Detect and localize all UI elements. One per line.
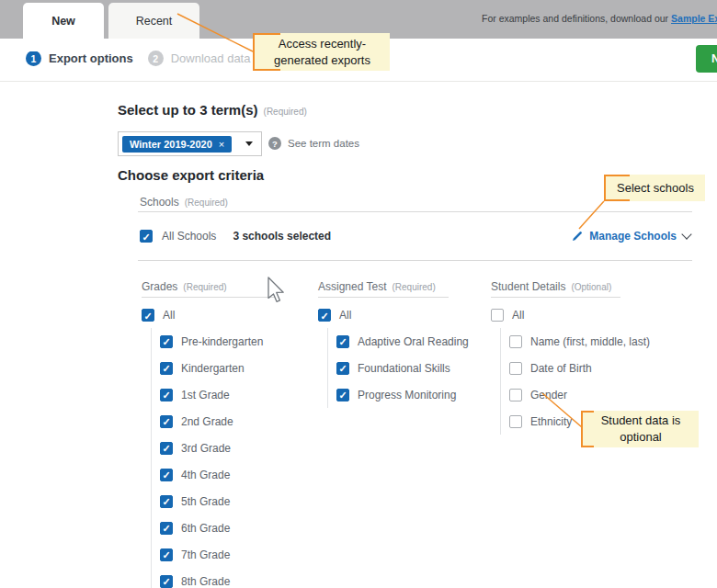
sample-export-link[interactable]: Sample Export [671,13,717,24]
list-item: 7th Grade [160,541,318,568]
test-checkbox[interactable] [336,389,349,401]
assigned-test-column: Assigned Test(Required) All Adaptive Ora… [318,276,491,588]
pencil-icon [572,231,583,242]
assigned-test-all-checkbox[interactable] [318,309,331,322]
grades-all-row: All [142,309,318,322]
list-item: 3rd Grade [160,435,318,461]
question-mark-icon[interactable]: ? [268,137,281,150]
callout-select-schools: Select schools [604,175,705,201]
grade-checkbox[interactable] [160,548,173,561]
list-item: 8th Grade [160,568,318,588]
list-item: 4th Grade [160,461,318,488]
list-item: Progress Monitoring [336,381,491,408]
step-2-badge: 2 [148,51,164,66]
assigned-test-list: Adaptive Oral Reading Foundational Skill… [327,328,491,408]
dropdown-caret-icon[interactable] [245,141,253,146]
callout-text-line: Access recently- [279,36,366,52]
tab-recent[interactable]: Recent [108,3,199,39]
list-item: Adaptive Oral Reading [336,328,491,355]
detail-label: Ethnicity [530,415,572,428]
test-label: Progress Monitoring [358,389,456,401]
step-1-label: Export options [49,51,133,65]
grade-checkbox[interactable] [160,442,173,455]
assigned-test-all-label: All [339,309,351,322]
header-divider [0,81,717,82]
remove-term-icon[interactable]: × [219,139,224,150]
detail-checkbox[interactable] [509,362,522,375]
list-item: 1st Grade [160,381,318,408]
callout-student-data-optional: Student data is optional [581,411,699,447]
detail-label: Gender [530,389,567,401]
tab-new[interactable]: New [23,3,104,51]
callout-text-line: Select schools [617,180,694,197]
terms-required-qualifier: (Required) [264,107,307,117]
test-checkbox[interactable] [336,362,349,375]
student-details-all-checkbox[interactable] [491,309,504,322]
test-label: Adaptive Oral Reading [358,335,469,348]
schools-section: Schools(Required) All Schools 3 schools … [138,197,692,261]
grade-checkbox[interactable] [160,522,173,535]
detail-checkbox[interactable] [509,415,522,428]
list-item: 5th Grade [160,488,318,514]
list-item: 6th Grade [160,514,318,541]
grade-label: 4th Grade [181,469,230,481]
wizard-stepper: 1 Export options 2 Download data [26,51,250,66]
step-download-data: 2 Download data [148,51,251,66]
export-wizard-page: New Recent For examples and definitions,… [0,0,717,588]
grade-label: 1st Grade [181,389,230,401]
list-item: Foundational Skills [336,355,491,381]
grade-label: 7th Grade [181,548,230,561]
manage-schools-button[interactable]: Manage Schools [572,230,690,243]
grades-required-qualifier: (Required) [183,282,226,292]
grades-all-checkbox[interactable] [142,309,154,322]
grade-checkbox[interactable] [160,415,173,428]
schools-selected-count: 3 schools selected [233,230,331,243]
grades-column: Grades(Required) All Pre-kindergarten Ki… [142,276,318,588]
grade-label: Pre-kindergarten [181,335,263,348]
grades-all-label: All [163,309,175,322]
test-checkbox[interactable] [336,335,349,348]
grades-header: Grades(Required) [142,276,278,298]
schools-label: Schools [140,196,179,209]
callout-text-line: generated exports [274,52,370,69]
grade-label: 3rd Grade [181,442,231,455]
grade-checkbox[interactable] [160,495,173,508]
grade-label: 5th Grade [181,495,230,508]
assigned-test-label: Assigned Test [318,280,387,293]
schools-row: All Schools 3 schools selected Manage Sc… [138,212,692,261]
detail-label: Name (first, middle, last) [530,335,650,348]
help-text-static: For examples and definitions, download o… [482,13,668,24]
detail-label: Date of Birth [530,362,592,375]
grade-checkbox[interactable] [160,362,173,375]
help-text: For examples and definitions, download o… [482,13,717,24]
test-label: Foundational Skills [358,362,450,375]
grade-checkbox[interactable] [160,469,173,481]
grade-label: Kindergarten [181,362,245,375]
selected-term-label: Winter 2019-2020 [130,139,212,150]
all-schools-checkbox[interactable] [140,230,153,243]
grade-checkbox[interactable] [160,335,173,348]
schools-required-qualifier: (Required) [185,198,228,208]
list-item: 2nd Grade [160,408,318,435]
chevron-down-icon [681,229,691,239]
student-details-optional-qualifier: (Optional) [571,282,611,292]
detail-checkbox[interactable] [509,389,522,401]
assigned-test-all-row: All [318,309,491,322]
grades-list: Pre-kindergarten Kindergarten 1st Grade … [151,328,318,588]
terms-heading-text: Select up to 3 term(s) [118,102,258,118]
grade-checkbox[interactable] [160,575,173,588]
term-select[interactable]: Winter 2019-2020 × [118,131,262,156]
grade-checkbox[interactable] [160,389,173,401]
callout-text-line: optional [620,429,662,446]
list-item: Name (first, middle, last) [509,328,693,355]
list-item: Gender [509,381,693,408]
next-button[interactable]: N [696,45,717,73]
selected-term-chip: Winter 2019-2020 × [122,136,232,153]
grade-label: 2nd Grade [181,415,233,428]
step-2-label: Download data [171,51,251,65]
detail-checkbox[interactable] [509,335,522,348]
see-term-dates[interactable]: ? See term dates [268,137,359,150]
step-export-options[interactable]: 1 Export options [26,51,133,66]
manage-schools-label: Manage Schools [589,230,677,243]
all-schools-label: All Schools [162,230,216,243]
